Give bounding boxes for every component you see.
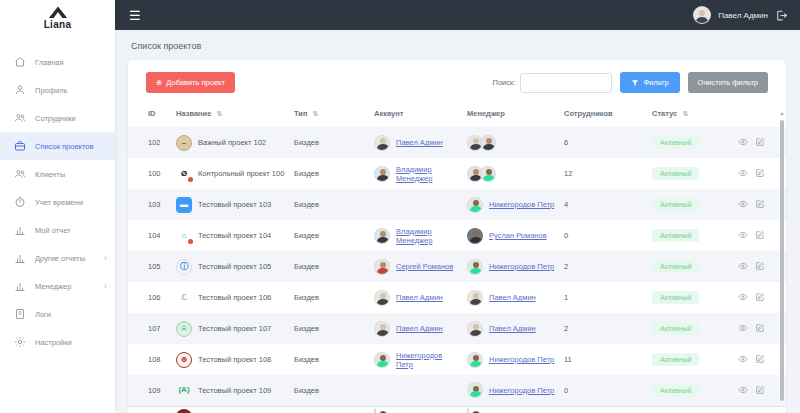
sidebar-item[interactable]: Мой отчет bbox=[0, 216, 115, 244]
filter-button[interactable]: Фильтр bbox=[620, 72, 679, 93]
view-button[interactable] bbox=[738, 197, 748, 212]
topbar-user-area: Павел Админ bbox=[693, 6, 788, 24]
edit-button[interactable] bbox=[755, 228, 765, 243]
user-avatar[interactable] bbox=[693, 6, 711, 24]
account-link[interactable]: Владимир Менеджер bbox=[396, 165, 459, 183]
avatar bbox=[467, 290, 483, 306]
view-button[interactable] bbox=[738, 352, 748, 367]
view-button[interactable] bbox=[738, 259, 748, 274]
sidebar: Liana Главная Профиль Сотрудники Список … bbox=[0, 0, 115, 413]
account-link[interactable]: Сергей Романов bbox=[396, 262, 453, 271]
avatar bbox=[374, 408, 376, 413]
search-input[interactable] bbox=[520, 73, 612, 93]
manager-link[interactable]: Павел Админ bbox=[489, 324, 536, 333]
sidebar-item[interactable]: Главная bbox=[0, 48, 115, 76]
table-body: 102 –Важный проект 102 Биздев Павел Адми… bbox=[128, 127, 786, 413]
manager-link[interactable]: Руслан Романов bbox=[489, 231, 547, 240]
avatar bbox=[467, 197, 483, 213]
chevron-right-icon: › bbox=[104, 281, 107, 291]
edit-button[interactable] bbox=[755, 321, 765, 336]
view-button[interactable] bbox=[738, 321, 748, 336]
avatar bbox=[374, 352, 390, 368]
table-row: 109 (A)Тестовый проект 109 Биздев Нижего… bbox=[128, 375, 786, 406]
account-link[interactable]: Нижегородов Петр bbox=[396, 351, 459, 369]
sidebar-item[interactable]: Сотрудники bbox=[0, 104, 115, 132]
account-link[interactable]: Павел Админ bbox=[396, 324, 443, 333]
status-badge: Активный bbox=[652, 198, 699, 211]
clear-filter-button[interactable]: Очистить фильтр bbox=[688, 72, 768, 93]
user-icon bbox=[13, 84, 26, 97]
sidebar-item[interactable]: Другие отчеты › bbox=[0, 244, 115, 272]
account-link[interactable]: Владимир Менеджер bbox=[396, 227, 459, 245]
cell-manager bbox=[463, 158, 560, 189]
edit-button[interactable] bbox=[755, 383, 765, 398]
cell-account: Владимир Менеджер bbox=[370, 220, 463, 251]
view-button[interactable] bbox=[738, 290, 748, 305]
manager-avatar-group bbox=[467, 135, 556, 151]
view-button[interactable] bbox=[738, 135, 748, 150]
sidebar-item[interactable]: Профиль bbox=[0, 76, 115, 104]
sort-icon: ⇅ bbox=[217, 110, 223, 117]
edit-icon bbox=[755, 135, 765, 150]
sidebar-item[interactable]: Логи bbox=[0, 300, 115, 328]
cell-employees: 2 bbox=[560, 251, 648, 282]
manager-link[interactable]: Павел Админ bbox=[489, 293, 536, 302]
edit-button[interactable] bbox=[755, 166, 765, 181]
sidebar-item[interactable]: Менеджер › bbox=[0, 272, 115, 300]
view-button[interactable] bbox=[738, 383, 748, 398]
project-name: Тестовый проект 108 bbox=[198, 355, 271, 364]
edit-icon bbox=[755, 197, 765, 212]
avatar bbox=[467, 259, 483, 275]
cell-type: Биздев bbox=[290, 158, 370, 189]
add-project-button[interactable]: ⊕ Добавить проект bbox=[146, 72, 235, 93]
gear-icon bbox=[13, 336, 26, 349]
logout-icon[interactable] bbox=[775, 9, 788, 22]
hamburger-menu-icon[interactable]: ☰ bbox=[129, 9, 141, 22]
manager-link[interactable]: Нижегородов Петр bbox=[489, 355, 554, 364]
sidebar-item[interactable]: Настройки bbox=[0, 328, 115, 356]
table-scrollbar[interactable]: ▲ bbox=[779, 118, 785, 411]
table-header-row: ID Название ⇅ Тип ⇅ Аккаунт Менеджер Сот… bbox=[128, 103, 786, 127]
cell-manager: Павел Админ bbox=[463, 282, 560, 313]
project-name: Тестовый проект 109 bbox=[198, 386, 271, 395]
scrollbar-up-arrow-icon[interactable]: ▲ bbox=[779, 110, 785, 116]
edit-button[interactable] bbox=[755, 352, 765, 367]
funnel-icon bbox=[631, 79, 639, 87]
column-header[interactable]: Тип ⇅ bbox=[290, 103, 370, 127]
edit-button[interactable] bbox=[755, 135, 765, 150]
account-link[interactable]: Павел Админ bbox=[396, 138, 443, 147]
account-link[interactable]: Павел Админ bbox=[396, 293, 443, 302]
status-badge: Активный bbox=[652, 260, 699, 273]
edit-button[interactable] bbox=[755, 259, 765, 274]
avatar bbox=[374, 321, 390, 337]
status-badge: Активный bbox=[652, 167, 699, 180]
manager-link[interactable]: Нижегородов Петр bbox=[489, 386, 554, 395]
column-header[interactable]: Статус ⇅ bbox=[648, 103, 734, 127]
eye-icon bbox=[738, 228, 748, 243]
status-badge: Активный bbox=[652, 384, 699, 397]
view-button[interactable] bbox=[738, 166, 748, 181]
page-title: Список проектов bbox=[115, 30, 800, 51]
status-badge: Активный bbox=[652, 353, 699, 366]
sidebar-item[interactable]: Список проектов bbox=[0, 132, 115, 160]
logo-text: Liana bbox=[44, 19, 72, 30]
sidebar-item[interactable]: Клиенты bbox=[0, 160, 115, 188]
column-header[interactable]: Название ⇅ bbox=[172, 103, 290, 127]
manager-link[interactable]: Нижегородов Петр bbox=[489, 262, 554, 271]
view-button[interactable] bbox=[738, 228, 748, 243]
eye-icon bbox=[738, 135, 748, 150]
manager-link[interactable]: Нижегородов Петр bbox=[489, 200, 554, 209]
scrollbar-thumb[interactable] bbox=[780, 120, 784, 401]
cell-manager: Павел Админ bbox=[463, 313, 560, 344]
sidebar-item[interactable]: Учет времени bbox=[0, 188, 115, 216]
project-name: Тестовый проект 104 bbox=[198, 231, 271, 240]
avatar bbox=[467, 382, 483, 398]
edit-button[interactable] bbox=[755, 290, 765, 305]
avatar bbox=[480, 166, 496, 182]
edit-button[interactable] bbox=[755, 197, 765, 212]
project-logo-icon: ≡ bbox=[176, 321, 192, 337]
cell-id: 103 bbox=[128, 189, 172, 220]
projects-table: ID Название ⇅ Тип ⇅ Аккаунт Менеджер Сот… bbox=[128, 103, 786, 413]
chart-icon bbox=[13, 224, 26, 237]
cell-id: 102 bbox=[128, 127, 172, 158]
